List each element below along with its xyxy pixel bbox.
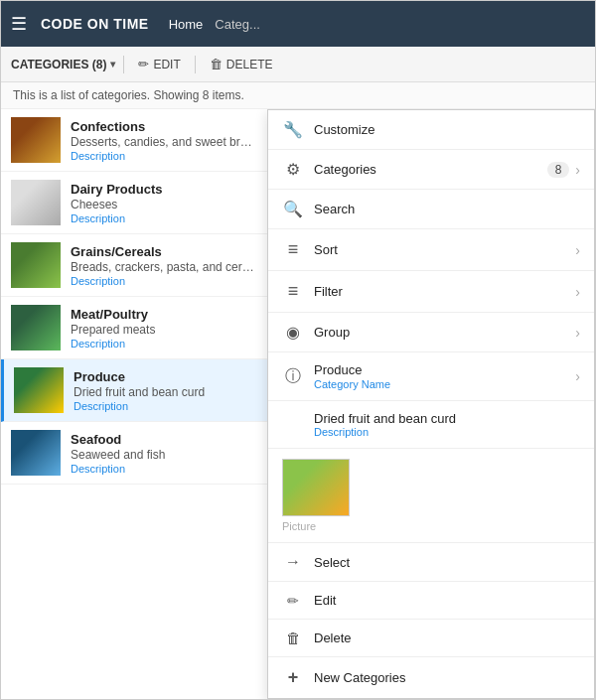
item-thumbnail	[11, 305, 61, 350]
dropdown-select[interactable]: → Select	[268, 543, 594, 582]
customize-label: Customize	[314, 122, 580, 137]
produce-stack: Produce Category Name	[314, 362, 575, 390]
produce-arrow-icon: ›	[575, 368, 580, 384]
hamburger-icon[interactable]: ☰	[11, 13, 27, 35]
categories-gear-icon	[282, 160, 304, 179]
dropdown-new-categories[interactable]: + New Categories	[268, 657, 594, 699]
produce-sublabel: Category Name	[314, 378, 575, 390]
group-icon: ◉	[282, 323, 304, 342]
delete-label: DELETE	[226, 58, 273, 71]
item-subtitle: Dried fruit and bean curd	[74, 385, 258, 399]
edit-icon: ✏	[282, 593, 304, 609]
item-desc: Description	[71, 463, 258, 475]
group-label: Group	[314, 325, 575, 340]
dropdown-customize[interactable]: Customize	[268, 110, 594, 150]
select-arrow-icon: →	[282, 553, 304, 571]
sub-header: CATEGORIES (8) ▾ ✏ EDIT 🗑 DELETE	[1, 47, 595, 82]
filter-icon: ≡	[282, 281, 304, 302]
item-thumbnail	[11, 430, 61, 476]
item-subtitle: Desserts, candies, and sweet brea...	[71, 135, 258, 149]
item-desc: Description	[71, 150, 258, 162]
top-nav: ☰ CODE ON TIME Home Categ...	[1, 1, 595, 47]
dropdown-produce[interactable]: ⓘ Produce Category Name ›	[268, 352, 594, 401]
group-arrow-icon: ›	[575, 325, 580, 341]
picture-label: Picture	[282, 520, 580, 532]
main-area: Confections Desserts, candies, and sweet…	[1, 109, 595, 699]
sort-arrow-icon: ›	[575, 242, 580, 258]
dropdown-panel: Customize Categories 8 › Search ≡ Sort ›	[267, 109, 595, 699]
item-subtitle: Seaweed and fish	[71, 448, 258, 462]
new-categories-label: New Categories	[314, 670, 580, 685]
dropdown-search[interactable]: Search	[268, 190, 594, 229]
categories-count-label: CATEGORIES (8)	[11, 58, 106, 71]
list-item[interactable]: Grains/Cereals Breads, crackers, pasta, …	[1, 234, 268, 297]
info-text: This is a list of categories. Showing 8 …	[13, 88, 244, 102]
description-sub: Description	[314, 426, 580, 438]
item-title: Produce	[74, 369, 258, 384]
filter-label: Filter	[314, 284, 575, 299]
categories-dp-label: Categories	[314, 162, 547, 177]
divider-1	[123, 56, 124, 73]
item-thumbnail	[14, 367, 64, 413]
dropdown-delete[interactable]: 🗑 Delete	[268, 620, 594, 657]
list-item[interactable]: Seafood Seaweed and fish Description	[1, 422, 268, 485]
edit-dp-label: Edit	[314, 593, 580, 608]
item-info: Confections Desserts, candies, and sweet…	[71, 119, 258, 162]
item-subtitle: Cheeses	[71, 198, 258, 211]
categories-dropdown-arrow[interactable]: ▾	[110, 59, 115, 70]
edit-button[interactable]: ✏ EDIT	[132, 55, 186, 73]
dropdown-categories[interactable]: Categories 8 ›	[268, 150, 594, 190]
item-title: Dairy Products	[71, 182, 258, 197]
delete-icon: 🗑	[282, 630, 304, 646]
app-container: ☰ CODE ON TIME Home Categ... CATEGORIES …	[0, 0, 596, 700]
categories-badge: 8	[547, 162, 570, 178]
item-info: Dairy Products Cheeses Description	[71, 182, 258, 224]
list-item[interactable]: Confections Desserts, candies, and sweet…	[1, 109, 268, 172]
produce-info-icon: ⓘ	[282, 366, 304, 387]
dropdown-filter[interactable]: ≡ Filter ›	[268, 271, 594, 313]
item-title: Grains/Cereals	[71, 244, 258, 259]
categories-arrow-icon: ›	[575, 162, 580, 178]
info-bar: This is a list of categories. Showing 8 …	[1, 82, 595, 109]
search-label: Search	[314, 202, 580, 216]
item-thumbnail	[11, 117, 61, 163]
produce-picture	[282, 459, 350, 516]
dropdown-edit[interactable]: ✏ Edit	[268, 582, 594, 620]
list-item-selected[interactable]: Produce Dried fruit and bean curd Descri…	[1, 359, 268, 422]
description-stack: Dried fruit and bean curd Description	[314, 411, 580, 438]
list-item[interactable]: Dairy Products Cheeses Description	[1, 172, 268, 234]
list-item[interactable]: Meat/Poultry Prepared meats Description	[1, 297, 268, 359]
produce-label: Produce	[314, 362, 575, 377]
dropdown-sort[interactable]: ≡ Sort ›	[268, 229, 594, 271]
item-info: Seafood Seaweed and fish Description	[71, 432, 258, 475]
item-title: Seafood	[71, 432, 258, 447]
sort-label: Sort	[314, 242, 575, 257]
select-label: Select	[314, 555, 580, 570]
dropdown-description: Dried fruit and bean curd Description	[268, 401, 594, 449]
nav-home[interactable]: Home	[169, 17, 204, 32]
description-text: Dried fruit and bean curd	[314, 411, 580, 426]
item-info: Produce Dried fruit and bean curd Descri…	[74, 369, 258, 412]
edit-pencil-icon: ✏	[138, 57, 149, 71]
item-thumbnail	[11, 180, 61, 225]
delete-button[interactable]: 🗑 DELETE	[204, 55, 279, 73]
item-desc: Description	[71, 275, 258, 287]
edit-label: EDIT	[153, 58, 180, 71]
item-thumbnail	[11, 242, 61, 288]
item-info: Meat/Poultry Prepared meats Description	[71, 307, 258, 350]
search-icon	[282, 200, 304, 218]
dropdown-picture-section: Picture	[268, 449, 594, 543]
filter-arrow-icon: ›	[575, 284, 580, 300]
dropdown-group[interactable]: ◉ Group ›	[268, 313, 594, 352]
item-desc: Description	[71, 338, 258, 350]
divider-2	[195, 56, 196, 73]
delete-trash-icon: 🗑	[210, 57, 223, 71]
item-info: Grains/Cereals Breads, crackers, pasta, …	[71, 244, 258, 287]
item-desc: Description	[71, 212, 258, 224]
categories-label: CATEGORIES (8) ▾	[11, 58, 115, 71]
nav-categories[interactable]: Categ...	[215, 17, 260, 32]
item-title: Confections	[71, 119, 258, 134]
app-title: CODE ON TIME	[41, 16, 149, 32]
item-desc: Description	[74, 400, 258, 412]
item-subtitle: Prepared meats	[71, 323, 258, 337]
